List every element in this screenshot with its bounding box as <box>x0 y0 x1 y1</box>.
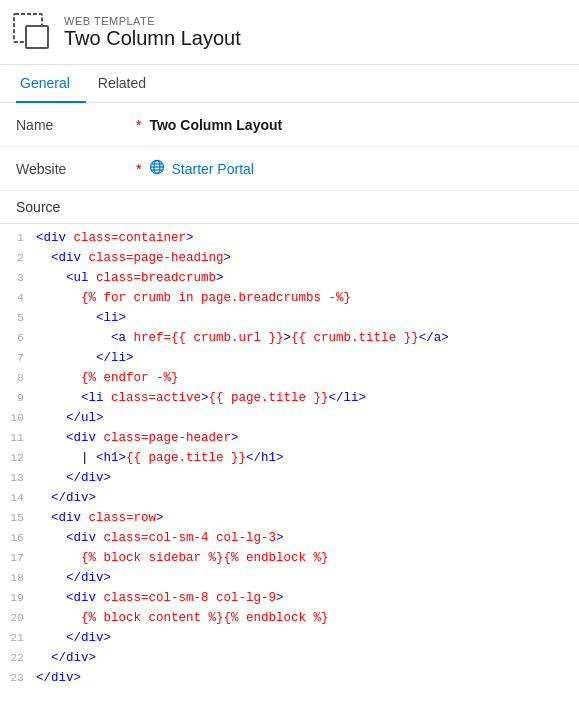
code-line: 17 {% block sidebar %}{% endblock %} <box>0 548 579 568</box>
code-line: 4 {% for crumb in page.breadcrumbs -%} <box>0 288 579 308</box>
svg-rect-1 <box>26 26 48 48</box>
line-content: <li class=active>{{ page.title }}</li> <box>36 388 366 408</box>
line-content: </div> <box>36 628 111 648</box>
code-line: 12 | <h1>{{ page.title }}</h1> <box>0 448 579 468</box>
name-required: * <box>136 117 141 133</box>
line-content: {% block sidebar %}{% endblock %} <box>36 548 329 568</box>
header-subtitle: WEB TEMPLATE <box>64 15 241 27</box>
tab-general[interactable]: General <box>16 65 86 103</box>
line-content: <ul class=breadcrumb> <box>36 268 224 288</box>
line-number: 22 <box>8 649 36 667</box>
code-line: 2 <div class=page-heading> <box>0 248 579 268</box>
line-content: <div class=page-header> <box>36 428 239 448</box>
website-label: Website <box>16 161 136 177</box>
code-line: 1<div class=container> <box>0 228 579 248</box>
line-number: 14 <box>8 489 36 507</box>
line-number: 19 <box>8 589 36 607</box>
globe-icon <box>149 159 165 178</box>
line-number: 4 <box>8 289 36 307</box>
line-content: </div> <box>36 488 96 508</box>
code-line: 18 </div> <box>0 568 579 588</box>
line-number: 2 <box>8 249 36 267</box>
line-number: 17 <box>8 549 36 567</box>
line-content: <div class=col-sm-8 col-lg-9> <box>36 588 284 608</box>
line-number: 6 <box>8 329 36 347</box>
line-content: <div class=page-heading> <box>36 248 231 268</box>
line-number: 10 <box>8 409 36 427</box>
code-area[interactable]: 1<div class=container>2 <div class=page-… <box>0 224 579 692</box>
line-number: 12 <box>8 449 36 467</box>
code-line: 5 <li> <box>0 308 579 328</box>
code-line: 7 </li> <box>0 348 579 368</box>
line-number: 3 <box>8 269 36 287</box>
code-line: 19 <div class=col-sm-8 col-lg-9> <box>0 588 579 608</box>
website-required: * <box>136 161 141 177</box>
line-number: 21 <box>8 629 36 647</box>
line-number: 13 <box>8 469 36 487</box>
code-line: 20 {% block content %}{% endblock %} <box>0 608 579 628</box>
line-content: </div> <box>36 568 111 588</box>
code-line: 6 <a href={{ crumb.url }}>{{ crumb.title… <box>0 328 579 348</box>
line-content: <li> <box>36 308 126 328</box>
form-row-name: Name * Two Column Layout <box>0 103 579 147</box>
line-content: {% for crumb in page.breadcrumbs -%} <box>36 288 351 308</box>
code-line: 22 </div> <box>0 648 579 668</box>
line-number: 18 <box>8 569 36 587</box>
line-content: {% block content %}{% endblock %} <box>36 608 329 628</box>
line-number: 8 <box>8 369 36 387</box>
code-line: 16 <div class=col-sm-4 col-lg-3> <box>0 528 579 548</box>
header-text: WEB TEMPLATE Two Column Layout <box>64 15 241 50</box>
line-number: 1 <box>8 229 36 247</box>
line-content: <a href={{ crumb.url }}>{{ crumb.title }… <box>36 328 449 348</box>
code-line: 11 <div class=page-header> <box>0 428 579 448</box>
header-title: Two Column Layout <box>64 27 241 50</box>
code-line: 15 <div class=row> <box>0 508 579 528</box>
line-number: 9 <box>8 389 36 407</box>
form-row-website: Website * Starter Portal <box>0 147 579 191</box>
code-line: 13 </div> <box>0 468 579 488</box>
code-line: 14 </div> <box>0 488 579 508</box>
page-header: WEB TEMPLATE Two Column Layout <box>0 0 579 65</box>
line-content: <div class=container> <box>36 228 194 248</box>
line-number: 16 <box>8 529 36 547</box>
code-line: 21 </div> <box>0 628 579 648</box>
line-content: </li> <box>36 348 134 368</box>
tab-related[interactable]: Related <box>94 65 162 103</box>
line-number: 5 <box>8 309 36 327</box>
source-header: Source <box>0 191 579 224</box>
line-content: </div> <box>36 468 111 488</box>
line-number: 7 <box>8 349 36 367</box>
code-line: 3 <ul class=breadcrumb> <box>0 268 579 288</box>
code-line: 9 <li class=active>{{ page.title }}</li> <box>0 388 579 408</box>
line-number: 15 <box>8 509 36 527</box>
line-content: </div> <box>36 668 81 688</box>
line-content: | <h1>{{ page.title }}</h1> <box>36 448 284 468</box>
line-content: <div class=col-sm-4 col-lg-3> <box>36 528 284 548</box>
name-value: Two Column Layout <box>149 117 282 133</box>
code-line: 8 {% endfor -%} <box>0 368 579 388</box>
line-number: 11 <box>8 429 36 447</box>
line-content: <div class=row> <box>36 508 164 528</box>
web-template-icon <box>12 12 52 52</box>
code-line: 10 </ul> <box>0 408 579 428</box>
form-area: Name * Two Column Layout Website * Start… <box>0 103 579 191</box>
line-number: 20 <box>8 609 36 627</box>
tabs-bar: General Related <box>0 65 579 103</box>
website-value: Starter Portal <box>171 161 253 177</box>
code-line: 23</div> <box>0 668 579 688</box>
line-content: </div> <box>36 648 96 668</box>
line-number: 23 <box>8 669 36 687</box>
line-content: {% endfor -%} <box>36 368 179 388</box>
name-label: Name <box>16 117 136 133</box>
website-link[interactable]: Starter Portal <box>149 159 253 178</box>
line-content: </ul> <box>36 408 104 428</box>
